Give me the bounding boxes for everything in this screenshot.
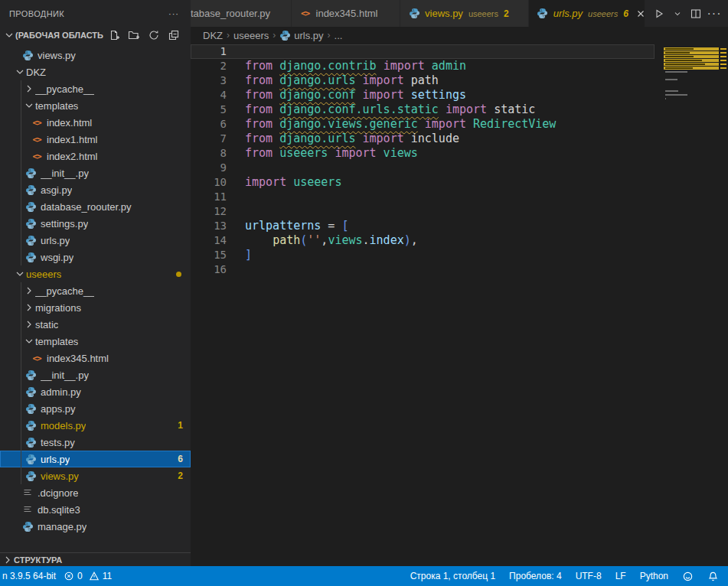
tree-item-settings.py[interactable]: settings.py [0,215,191,232]
minimap-text [665,79,677,80]
minimap-text [665,48,694,50]
tree-item-tests.py[interactable]: tests.py [0,434,191,451]
line-number: 3 [191,73,227,88]
tree-item-asgi.py[interactable]: asgi.py [0,181,191,198]
minimap-line [664,51,719,54]
line-number: 11 [191,190,227,204]
tab-label: tabase_roouter.py [191,8,270,19]
refresh-button[interactable] [146,28,162,43]
code-editor[interactable]: 12from django.contrib import admin3from … [191,44,728,566]
breadcrumb-separator: › [227,30,230,41]
tree-item-index.html[interactable]: <>index.html [0,114,191,131]
outline-section-header[interactable]: СТРУКТУРА [0,552,191,566]
tab-urls.py[interactable]: urls.pyuseeers6 [529,0,645,27]
tree-item-label: admin.py [41,386,81,398]
code-line-11: 11 [191,190,655,204]
tree-item-label: apps.py [41,403,76,415]
tree-item-__pycache__[interactable]: __pycache__ [0,80,191,97]
overview-ruler[interactable] [719,44,728,566]
tab-tabase_roouter.py[interactable]: tabase_roouter.py [191,0,292,27]
tree-item-manage.py[interactable]: manage.py [0,518,191,535]
python-file-icon [24,200,37,213]
python-interpreter[interactable]: n 3.9.5 64-bit [2,571,56,581]
tree-item-apps.py[interactable]: apps.py [0,400,191,417]
workspace-section-header[interactable]: (РАБОЧАЯ ОБЛАСТЬ) ... [0,27,191,44]
tab-views.py[interactable]: views.pyuseeers2 [400,0,529,27]
new-folder-button[interactable] [126,28,142,43]
eol[interactable]: LF [615,571,626,581]
chevron-right-icon [2,554,14,566]
minimap-line [664,59,719,62]
tree-item-migrations[interactable]: migrations [0,299,191,316]
breadcrumb-item-...[interactable]: ... [335,30,343,41]
line-number: 7 [191,132,227,146]
tree-item-index2.html[interactable]: <>index2.html [0,148,191,164]
minimap-text [665,94,687,96]
tree-item-label: .dcignore [38,487,78,499]
line-number: 15 [191,248,227,262]
tree-item-label: DKZ [26,67,46,78]
tree-item-views.py[interactable]: views.py [0,47,191,63]
tree-item-useeers[interactable]: useeers [0,265,191,282]
split-icon [690,8,702,20]
python-file-icon [279,30,291,41]
tree-item-admin.py[interactable]: admin.py [0,383,191,400]
status-label: Пробелов: 4 [509,571,562,581]
tab-index345.html[interactable]: <>index345.html [292,0,401,27]
line-content: from useeers import views [227,146,418,161]
minimap-line [664,67,719,70]
tree-item-views.py[interactable]: views.py2 [0,467,191,484]
python-file-icon [21,520,34,532]
tree-item-__init__.py[interactable]: __init__.py [0,366,191,383]
tree-item-urls.py[interactable]: urls.py6 [0,451,191,467]
language-mode[interactable]: Python [640,571,668,581]
tree-item-templates[interactable]: templates [0,97,191,114]
code-line-15: 15] [191,248,655,262]
problems-indicator[interactable]: 0 11 [64,571,112,581]
tree-item-__pycache__[interactable]: __pycache__ [0,282,191,299]
html-file-icon: <> [31,150,43,162]
run-button[interactable] [651,6,667,21]
tree-item-label: models.py [41,420,86,431]
code-line-8: 8from useeers import views [191,146,655,161]
breadcrumb-item-useeers[interactable]: useeers [233,30,269,41]
warning-icon [89,571,100,581]
tree-item-.dcignore[interactable]: .dcignore [0,484,191,501]
breadcrumb-item-urls.py[interactable]: urls.py [279,30,323,41]
bell-icon [707,571,719,582]
tree-item-db.sqlite3[interactable]: db.sqlite3 [0,501,191,518]
feedback-button[interactable] [682,571,694,582]
tab-label: views.py [425,8,463,19]
notifications-button[interactable] [707,571,719,582]
tree-item-label: settings.py [41,218,88,230]
tree-item-index345.html[interactable]: <>index345.html [0,350,191,366]
tree-item-label: __pycache__ [35,285,94,297]
tree-item-database_roouter.py[interactable]: database_roouter.py [0,198,191,215]
tab-description: useeers [468,9,498,18]
tree-item-models.py[interactable]: models.py1 [0,417,191,434]
tree-item-label: __init__.py [41,370,89,381]
tree-item-label: templates [35,100,78,112]
close-icon[interactable] [635,8,645,19]
tree-item-static[interactable]: static [0,316,191,333]
collapse-all-button[interactable] [166,28,181,43]
code-line-13: 13urlpatterns = [ [191,219,655,233]
more-actions-button[interactable]: ··· [707,6,722,21]
tree-item-index1.html[interactable]: <>index1.html [0,131,191,148]
encoding[interactable]: UTF-8 [576,571,602,581]
tree-item-__init__.py[interactable]: __init__.py [0,164,191,181]
minimap-line [664,70,719,73]
explorer-header: ПРОВОДНИК ··· [0,0,191,27]
new-file-button[interactable] [106,28,122,43]
split-editor-button[interactable] [688,6,704,21]
run-dropdown[interactable] [670,6,685,21]
tree-item-DKZ[interactable]: DKZ [0,63,191,80]
explorer-more-button[interactable]: ··· [166,6,181,21]
tree-item-wsgi.py[interactable]: wsgi.py [0,249,191,265]
cursor-position[interactable]: Строка 1, столбец 1 [410,571,495,581]
breadcrumb-item-DKZ[interactable]: DKZ [203,30,223,41]
tree-item-urls.py[interactable]: urls.py [0,232,191,249]
tree-item-templates[interactable]: templates [0,333,191,350]
indentation[interactable]: Пробелов: 4 [509,571,562,581]
minimap[interactable] [664,44,719,105]
